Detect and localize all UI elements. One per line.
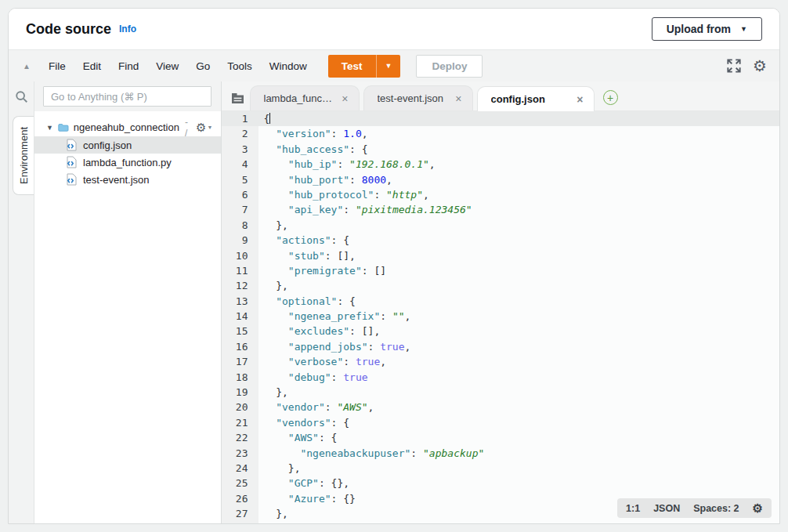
- file-name: config.json: [83, 139, 132, 151]
- collapse-editor-icon[interactable]: ▲: [23, 62, 31, 71]
- line-number: 3: [222, 142, 258, 157]
- code-line-21: 21 "vendors": {: [222, 415, 780, 430]
- language-mode[interactable]: JSON: [653, 503, 680, 514]
- code-line-25: 25 "GCP": {},: [222, 476, 780, 490]
- test-split-button[interactable]: Test ▼: [328, 55, 401, 78]
- code-line-7: 7 "api_key": "pixitmedia.123456": [222, 202, 780, 217]
- close-icon[interactable]: ×: [573, 93, 586, 106]
- line-number: 23: [222, 446, 258, 461]
- indent-setting[interactable]: Spaces: 2: [693, 503, 739, 514]
- line-number: 19: [222, 385, 258, 400]
- test-dropdown-caret-icon[interactable]: ▼: [376, 55, 401, 78]
- code-source-panel: Code source Info Upload from ▼ ▲ FileEdi…: [8, 8, 780, 524]
- deploy-button[interactable]: Deploy: [416, 55, 483, 78]
- menu-item-window[interactable]: Window: [261, 60, 316, 72]
- code-line-14: 14 "ngenea_prefix": "",: [222, 309, 780, 324]
- tree-folder-row[interactable]: ▼ ngeneahub_connection - / ⚙ ▼: [34, 118, 221, 136]
- line-number: 24: [222, 461, 258, 476]
- code-line-5: 5 "hub_port": 8000,: [222, 172, 780, 187]
- menu-bar: ▲ FileEditFindViewGoToolsWindow Test ▼ D…: [9, 49, 779, 81]
- close-icon[interactable]: ×: [338, 92, 351, 105]
- line-number: 10: [222, 248, 258, 263]
- code-text: "ngenea_prefix": "",: [258, 309, 780, 324]
- line-number: 22: [222, 430, 258, 445]
- code-line-12: 12 },: [222, 278, 780, 293]
- code-line-13: 13 "optional": {: [222, 294, 780, 309]
- line-number: 8: [222, 218, 258, 233]
- tab-label: test-event.json: [378, 92, 448, 104]
- settings-gear-icon[interactable]: ⚙: [753, 58, 767, 74]
- code-text: "debug": true: [258, 370, 780, 385]
- close-icon[interactable]: ×: [452, 92, 464, 105]
- editor-tab-config.json[interactable]: config.json×: [477, 86, 595, 111]
- environment-tab[interactable]: Environment: [13, 116, 34, 195]
- tab-label: lambda_function: [264, 92, 334, 104]
- code-text: "hub_port": 8000,: [258, 172, 780, 187]
- tree-settings-button[interactable]: ⚙ ▼: [196, 121, 212, 133]
- menu-item-edit[interactable]: Edit: [74, 60, 110, 72]
- code-text: {: [258, 111, 780, 126]
- code-line-3: 3 "hub_access": {: [222, 142, 780, 157]
- tree-gear-icon: ⚙: [196, 121, 206, 133]
- tree-file-lambda_function.py[interactable]: lambda_function.py: [34, 154, 221, 171]
- line-number: 21: [222, 415, 258, 430]
- code-text: "version": 1.0,: [258, 126, 780, 141]
- page-title: Code source: [26, 21, 111, 38]
- tab-list-button[interactable]: [226, 86, 250, 110]
- code-line-28: 28 "sites": [: [222, 522, 780, 523]
- code-line-16: 16 "append_jobs": true,: [222, 339, 780, 354]
- editor-tab-lambda_function[interactable]: lambda_function×: [250, 85, 360, 110]
- folder-name: ngeneahub_connection: [74, 121, 179, 133]
- code-line-18: 18 "debug": true: [222, 370, 780, 385]
- code-line-8: 8 },: [222, 218, 780, 233]
- file-name: lambda_function.py: [83, 157, 172, 168]
- code-line-19: 19 },: [222, 385, 780, 400]
- info-link[interactable]: Info: [119, 24, 136, 34]
- file-tree-panel: ▼ ngeneahub_connection - / ⚙ ▼ config.js…: [34, 81, 222, 523]
- editor-settings-gear-icon[interactable]: ⚙: [753, 502, 763, 514]
- goto-anything-input[interactable]: [43, 86, 211, 107]
- line-number: 13: [222, 294, 258, 309]
- code-text: "vendor": "AWS",: [258, 400, 780, 414]
- code-text: "AWS": {: [258, 430, 780, 445]
- menu-item-go[interactable]: Go: [187, 60, 219, 72]
- search-icon: [15, 90, 28, 103]
- code-text: "actions": {: [258, 233, 780, 248]
- code-text: },: [258, 218, 780, 233]
- menu-item-find[interactable]: Find: [110, 60, 147, 72]
- code-text: "excludes": [],: [258, 324, 780, 338]
- code-editor[interactable]: 1{2 "version": 1.0,3 "hub_access": {4 "h…: [222, 111, 780, 523]
- line-number: 4: [222, 157, 258, 172]
- upload-from-button[interactable]: Upload from ▼: [652, 17, 762, 41]
- search-icon-button[interactable]: [9, 81, 34, 111]
- line-number: 25: [222, 476, 258, 490]
- code-text: "append_jobs": true,: [258, 339, 780, 354]
- code-line-22: 22 "AWS": {: [222, 430, 780, 445]
- menu-item-file[interactable]: File: [40, 60, 74, 72]
- menu-item-view[interactable]: View: [147, 60, 187, 72]
- code-line-1: 1{: [222, 111, 780, 126]
- menu-items: FileEditFindViewGoToolsWindow: [40, 59, 316, 73]
- line-number: 5: [222, 172, 258, 187]
- line-number: 2: [222, 126, 258, 141]
- editor-tab-test-event.json[interactable]: test-event.json×: [363, 85, 473, 110]
- file-tree: ▼ ngeneahub_connection - / ⚙ ▼ config.js…: [34, 111, 221, 523]
- file-icon: [67, 173, 77, 186]
- menu-item-tools[interactable]: Tools: [219, 60, 261, 72]
- folder-disclosure-icon[interactable]: ▼: [46, 124, 53, 132]
- line-number: 18: [222, 370, 258, 385]
- new-tab-button[interactable]: +: [603, 90, 618, 105]
- left-icon-strip: Environment: [9, 81, 34, 523]
- tree-file-config.json[interactable]: config.json: [34, 136, 221, 154]
- code-text: },: [258, 461, 780, 476]
- tab-list-icon: [231, 92, 244, 104]
- fullscreen-icon[interactable]: [727, 59, 741, 73]
- editor-panel: lambda_function×test-event.json×config.j…: [222, 81, 780, 523]
- code-text: "GCP": {},: [258, 476, 780, 490]
- line-number: 27: [222, 506, 258, 521]
- chevron-down-icon: ▼: [740, 25, 747, 33]
- tree-gear-caret-icon: ▼: [208, 125, 213, 130]
- cursor-position[interactable]: 1:1: [626, 503, 640, 514]
- tree-file-test-event.json[interactable]: test-event.json: [34, 171, 221, 188]
- test-button[interactable]: Test: [328, 55, 376, 78]
